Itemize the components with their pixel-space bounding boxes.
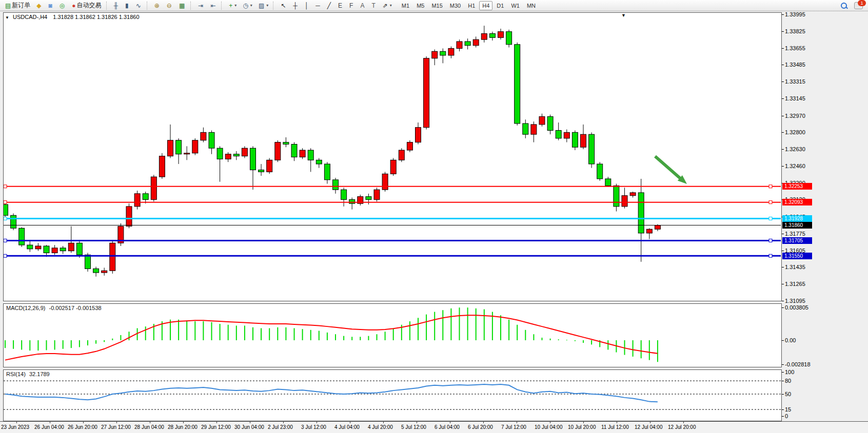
time-tick (250, 422, 250, 423)
crosshair-button[interactable]: ┼ (290, 1, 301, 11)
candle-body (506, 32, 512, 45)
line-chart-button[interactable]: ∿ (133, 1, 145, 11)
search-icon[interactable] (841, 3, 847, 9)
support-line-1-handle[interactable] (4, 239, 7, 242)
macd-histogram-bar (63, 340, 64, 349)
arrows-button[interactable]: ⇗▾ (380, 1, 394, 11)
timeframe-h4-button[interactable]: H4 (479, 1, 492, 10)
periods-button[interactable]: ◷▾ (240, 1, 255, 11)
candle-body (52, 248, 57, 253)
time-tick (417, 422, 417, 423)
styler-button[interactable]: ◆ (34, 1, 45, 11)
candle-body (605, 179, 611, 185)
macd-histogram-bar (517, 325, 518, 340)
timeframe-m15-button[interactable]: M15 (428, 1, 445, 10)
equidistant-channel-button[interactable]: E (336, 1, 346, 11)
timeframe-m30-button[interactable]: M30 (447, 1, 464, 10)
candlestick-chart-button[interactable]: ▮ (123, 1, 132, 11)
chat-icon[interactable]: 1 (854, 2, 863, 9)
candle-body (539, 117, 545, 125)
bar-chart-button[interactable]: ╫ (111, 1, 122, 11)
zoom-out-button[interactable]: ⊖ (164, 1, 175, 11)
zoom-in-button[interactable]: ⊕ (152, 1, 163, 11)
time-label: 30 Jun 04:00 (234, 424, 264, 430)
time-label: 6 Jul 04:00 (435, 424, 460, 430)
time-label: 7 Jul 12:00 (501, 424, 526, 430)
chart-shift-button[interactable]: ⇥ (195, 1, 207, 11)
candle-body (143, 194, 148, 200)
profiles-button[interactable]: ◙ (46, 1, 56, 11)
horizontal-line-button[interactable]: ─ (313, 1, 324, 11)
fibonacci-button[interactable]: F (347, 1, 357, 11)
macd-tick-tick (782, 307, 784, 308)
text-label-button[interactable]: T (369, 1, 379, 11)
time-tick (550, 422, 550, 423)
macd-histogram-bar (607, 340, 608, 349)
tile-windows-button[interactable]: ▦ (176, 1, 188, 11)
new-chart-button[interactable]: +▾ (226, 1, 239, 11)
support-line-2-handle[interactable] (4, 254, 7, 257)
trendline-button[interactable]: ╱ (325, 1, 334, 11)
signals-button[interactable]: ◎ (57, 1, 68, 11)
timeframe-h1-button[interactable]: H1 (465, 1, 478, 10)
resistance-line-1-handle[interactable] (769, 185, 772, 188)
candle-body (547, 117, 553, 131)
timeframe-d1-button[interactable]: D1 (494, 1, 507, 10)
candle-body (333, 180, 339, 190)
cyan-level-line-handle[interactable] (4, 217, 7, 220)
auto-trading-button[interactable]: ●自动交易 (69, 1, 104, 11)
time-label: 4 Jul 04:00 (334, 424, 360, 430)
collapse-triangle-icon[interactable]: ▼ (5, 15, 9, 20)
time-label: 10 Jul 20:00 (568, 424, 596, 430)
signals-icon: ◎ (60, 3, 65, 9)
candle-body (432, 51, 438, 58)
macd-histogram-bar (525, 330, 526, 340)
auto-scroll-button[interactable]: ⇤ (208, 1, 219, 11)
macd-histogram-bar (13, 340, 14, 349)
text-button[interactable]: A (358, 1, 368, 11)
timeframe-m5-button[interactable]: M5 (413, 1, 427, 10)
rsi-chart (4, 370, 781, 421)
macd-histogram-bar (500, 315, 501, 340)
timeframe-w1-button[interactable]: W1 (508, 1, 523, 10)
macd-histogram-bar (211, 322, 212, 340)
support-line-2-handle[interactable] (769, 254, 772, 257)
rsi-tick: 80 (785, 378, 791, 384)
vertical-line-button[interactable]: │ (302, 1, 312, 11)
price-tick-tick (782, 116, 784, 116)
candle-body (184, 153, 190, 154)
support-line-1-price-tag[interactable]: 1.31705 (782, 237, 812, 244)
timeframe-mn-button[interactable]: MN (524, 1, 539, 10)
time-label: 3 Jul 12:00 (301, 424, 326, 430)
resistance-line-1-handle[interactable] (4, 185, 7, 188)
macd-histogram-bar (302, 329, 303, 340)
macd-histogram-bar (450, 308, 451, 340)
candle-body (275, 142, 281, 160)
price-tick: 1.32800 (785, 129, 805, 135)
time-tick (116, 422, 117, 423)
macd-histogram-bar (426, 315, 427, 340)
profiles-icon: ◙ (49, 3, 52, 9)
resistance-line-2-price-tag[interactable]: 1.32093 (782, 199, 812, 205)
time-label: 12 Jul 04:00 (635, 424, 663, 430)
new-order-button[interactable]: ▤新订单 (3, 1, 33, 11)
macd-histogram-bar (566, 340, 567, 340)
chart-shift-marker-icon[interactable]: ▼ (621, 13, 626, 18)
cyan-level-line-handle[interactable] (769, 217, 772, 220)
candle-body (126, 207, 132, 226)
timeframe-m1-button[interactable]: M1 (399, 1, 412, 10)
support-line-2-price-tag[interactable]: 1.31550 (782, 253, 812, 259)
resistance-line-2-handle[interactable] (4, 201, 7, 204)
templates-button[interactable]: ▨▾ (256, 1, 271, 11)
resistance-line-1-price-tag[interactable]: 1.32253 (782, 183, 812, 190)
cyan-level-line-price-tag[interactable]: 1.31928 (782, 215, 812, 222)
rsi-tick-tick (782, 416, 784, 417)
cursor-button[interactable]: ↖ (278, 1, 289, 11)
macd-histogram-bar (442, 310, 443, 340)
resistance-line-2-handle[interactable] (769, 201, 772, 204)
macd-tick: 0.00 (785, 337, 796, 343)
macd-chart (4, 304, 781, 367)
time-label: 29 Jun 12:00 (201, 424, 231, 430)
sell-arrow-shaft[interactable] (655, 156, 680, 178)
support-line-1-handle[interactable] (769, 239, 772, 242)
